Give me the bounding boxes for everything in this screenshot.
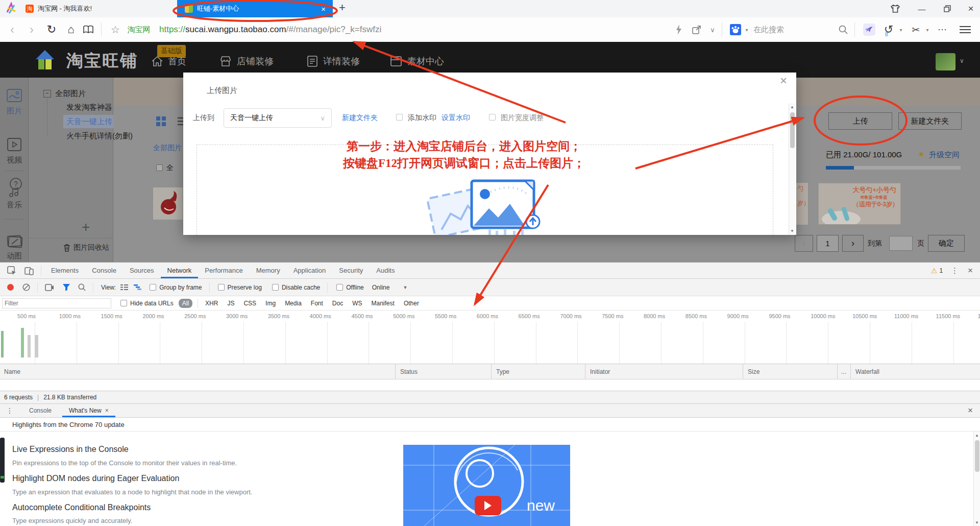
search-go-icon[interactable] xyxy=(836,17,850,42)
watermark-checkbox[interactable] xyxy=(396,114,403,121)
devtools-menu-icon[interactable]: ⋮ xyxy=(951,266,959,275)
rail-item-gif[interactable]: 动图 xyxy=(0,234,29,261)
drawer-tab-console[interactable]: Console xyxy=(22,404,58,417)
undo-chevron-icon[interactable]: ▾ xyxy=(897,17,904,42)
dialog-close-icon[interactable]: × xyxy=(780,74,787,88)
pager-page-1[interactable]: 1 xyxy=(817,235,839,252)
recycle-bin-item[interactable]: 图片回收站 xyxy=(63,243,109,252)
throttling-chevron-icon[interactable]: ▼ xyxy=(403,285,407,290)
tab-audits[interactable]: Audits xyxy=(370,262,401,278)
avatar[interactable] xyxy=(936,53,955,70)
tab-console[interactable]: Console xyxy=(85,262,123,278)
filter-input[interactable] xyxy=(2,298,111,308)
preserve-log-checkbox[interactable] xyxy=(218,284,225,291)
thunder-extension-icon[interactable] xyxy=(862,17,877,42)
minimize-button[interactable]: — xyxy=(912,0,932,17)
share-icon[interactable] xyxy=(690,17,703,42)
scroll-up-icon[interactable]: ▲ xyxy=(974,433,980,438)
tab-memory[interactable]: Memory xyxy=(250,262,287,278)
filter-type[interactable]: Other xyxy=(404,300,419,307)
nav-material-center[interactable]: 素材中心 xyxy=(390,55,444,67)
product-card[interactable]: 大号勺+小号勺 布鲁蓝+布鲁蓝 （适用于0-3岁） xyxy=(818,183,901,225)
tree-folder[interactable]: 火牛手机详情(勿删) xyxy=(66,131,133,141)
avatar-chevron-icon[interactable]: ∨ xyxy=(960,57,964,64)
filter-type[interactable]: WS xyxy=(352,300,362,307)
whats-new-item-title[interactable]: Autocomplete Conditional Breakpoints xyxy=(12,503,151,512)
pager-confirm-button[interactable]: 确定 xyxy=(928,235,965,252)
tree-root[interactable]: 全部图片 xyxy=(55,89,86,99)
drawer-tab-close-icon[interactable]: × xyxy=(105,407,109,414)
filter-funnel-icon[interactable] xyxy=(62,283,70,291)
new-folder-button[interactable]: 新建文件夹 xyxy=(898,112,962,130)
filter-type[interactable]: XHR xyxy=(205,300,218,307)
clear-button[interactable] xyxy=(22,283,30,291)
play-button-icon[interactable] xyxy=(475,496,501,515)
search-input[interactable]: 在此搜索 xyxy=(753,17,830,42)
filter-type[interactable]: Manifest xyxy=(372,300,395,307)
tab-close-icon[interactable]: × xyxy=(321,5,326,13)
scroll-thumb[interactable] xyxy=(790,112,795,148)
home-button[interactable]: ⌂ xyxy=(63,17,79,42)
view-waterfall-icon[interactable] xyxy=(134,284,141,291)
col-type[interactable]: Type xyxy=(496,364,509,379)
more-tools-icon[interactable]: ⋯ xyxy=(935,17,949,42)
select-all-checkbox[interactable] xyxy=(156,164,163,171)
col-waterfall[interactable]: Waterfall xyxy=(855,364,879,379)
drawer-menu-icon[interactable]: ⋮ xyxy=(6,407,13,415)
thumbnail-swan[interactable] xyxy=(153,187,183,220)
reload-button[interactable]: ↻ xyxy=(44,17,59,42)
tab-taobao-home[interactable]: 淘 淘宝网 - 淘我喜欢! xyxy=(20,0,168,17)
scissors-chevron-icon[interactable]: ▾ xyxy=(924,17,931,42)
upload-button[interactable]: 上传 xyxy=(828,112,892,130)
disable-cache-checkbox[interactable] xyxy=(272,284,279,291)
search-requests-icon[interactable] xyxy=(78,283,86,291)
filter-type[interactable]: Doc xyxy=(332,300,343,307)
filter-type-all[interactable]: All xyxy=(179,299,192,308)
close-window-button[interactable]: × xyxy=(961,0,980,17)
video-thumbnail[interactable]: new xyxy=(403,445,570,526)
nav-detail-decorate[interactable]: 详情装修 xyxy=(307,55,360,67)
site-bookmark-label[interactable]: 淘宝网 xyxy=(125,17,153,42)
browser-logo-icon[interactable] xyxy=(5,2,17,15)
new-tab-button[interactable]: + xyxy=(339,1,346,14)
share-chevron-icon[interactable]: ∨ xyxy=(707,17,718,42)
watermark-settings-link[interactable]: 设置水印 xyxy=(442,113,470,123)
tab-application[interactable]: Application xyxy=(287,262,333,278)
offline-checkbox[interactable] xyxy=(336,284,343,291)
nav-shop-decorate[interactable]: 店铺装修 xyxy=(219,55,274,67)
view-list-icon[interactable] xyxy=(120,284,128,291)
folder-select[interactable]: 天音一键上传 ∨ xyxy=(224,108,332,128)
tab-elements[interactable]: Elements xyxy=(44,262,85,278)
screenshot-scissors-icon[interactable]: ✂ xyxy=(909,17,923,42)
tab-sources[interactable]: Sources xyxy=(123,262,161,278)
product-card-partial[interactable]: 勺 岁） xyxy=(796,183,808,225)
grid-view-icon[interactable] xyxy=(156,116,166,126)
pager-goto-input[interactable] xyxy=(889,236,913,251)
scroll-down-icon[interactable]: ▼ xyxy=(974,520,980,525)
width-adjust-checkbox[interactable] xyxy=(489,114,496,121)
device-toolbar-icon[interactable] xyxy=(20,266,38,275)
requests-list[interactable] xyxy=(0,379,980,391)
tab-sucai-center[interactable]: 旺铺-素材中心 × xyxy=(177,0,333,17)
filter-type[interactable]: Font xyxy=(311,300,323,307)
search-engine-icon[interactable] xyxy=(729,17,742,42)
tab-network[interactable]: Network xyxy=(161,262,199,278)
flash-icon[interactable] xyxy=(673,17,685,42)
col-initiator[interactable]: Initiator xyxy=(590,364,610,379)
col-name[interactable]: Name xyxy=(4,364,20,379)
dialog-scrollbar[interactable]: ▲ ▼ xyxy=(789,103,795,235)
url-text[interactable]: https://sucai.wangpu.taobao.com/#/manage… xyxy=(159,17,517,42)
tree-collapse-icon[interactable]: − xyxy=(43,90,51,98)
pager-next-button[interactable]: › xyxy=(842,235,864,252)
filter-type[interactable]: JS xyxy=(227,300,234,307)
inspect-element-icon[interactable] xyxy=(3,266,20,275)
search-engine-chevron-icon[interactable]: ▾ xyxy=(743,17,750,42)
whats-new-scrollbar[interactable]: ▲ ▼ xyxy=(973,432,980,526)
skin-button[interactable] xyxy=(885,0,905,17)
scroll-down-icon[interactable]: ▼ xyxy=(789,229,795,233)
scroll-thumb[interactable] xyxy=(975,440,979,472)
col-size[interactable]: Size xyxy=(748,364,760,379)
drawer-tab-whats-new[interactable]: What's New × xyxy=(62,404,115,417)
forward-button[interactable]: › xyxy=(24,17,39,42)
tab-security[interactable]: Security xyxy=(332,262,370,278)
